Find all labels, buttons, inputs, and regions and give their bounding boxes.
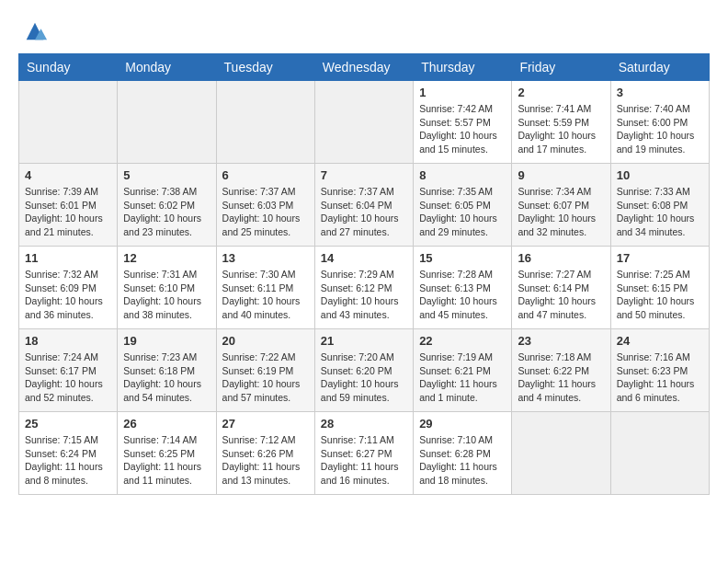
calendar-cell: [19, 81, 118, 164]
week-row-4: 18Sunrise: 7:24 AM Sunset: 6:17 PM Dayli…: [19, 329, 710, 412]
calendar-cell: 7Sunrise: 7:37 AM Sunset: 6:04 PM Daylig…: [314, 164, 413, 247]
calendar-cell: [216, 81, 314, 164]
calendar-cell: 20Sunrise: 7:22 AM Sunset: 6:19 PM Dayli…: [216, 329, 314, 412]
day-number: 18: [25, 334, 111, 348]
day-info: Sunrise: 7:32 AM Sunset: 6:09 PM Dayligh…: [25, 268, 111, 322]
calendar-body: 1Sunrise: 7:42 AM Sunset: 5:57 PM Daylig…: [19, 81, 710, 495]
header-cell-thursday: Thursday: [414, 54, 512, 81]
week-row-2: 4Sunrise: 7:39 AM Sunset: 6:01 PM Daylig…: [19, 164, 710, 247]
day-info: Sunrise: 7:29 AM Sunset: 6:12 PM Dayligh…: [321, 268, 407, 322]
day-number: 24: [617, 334, 703, 348]
day-number: 21: [321, 334, 407, 348]
day-info: Sunrise: 7:12 AM Sunset: 6:26 PM Dayligh…: [222, 433, 309, 488]
calendar-cell: 12Sunrise: 7:31 AM Sunset: 6:10 PM Dayli…: [118, 247, 216, 329]
calendar-cell: 13Sunrise: 7:30 AM Sunset: 6:11 PM Dayli…: [216, 247, 314, 329]
header-cell-wednesday: Wednesday: [314, 54, 413, 81]
calendar-cell: 17Sunrise: 7:25 AM Sunset: 6:15 PM Dayli…: [610, 247, 709, 329]
day-info: Sunrise: 7:22 AM Sunset: 6:19 PM Dayligh…: [222, 350, 309, 405]
day-info: Sunrise: 7:20 AM Sunset: 6:20 PM Dayligh…: [321, 350, 407, 405]
header-cell-monday: Monday: [118, 54, 216, 81]
calendar-cell: 15Sunrise: 7:28 AM Sunset: 6:13 PM Dayli…: [414, 247, 512, 329]
day-number: 9: [518, 168, 604, 182]
calendar-table: SundayMondayTuesdayWednesdayThursdayFrid…: [18, 53, 710, 495]
day-info: Sunrise: 7:11 AM Sunset: 6:27 PM Dayligh…: [321, 433, 407, 488]
day-number: 23: [518, 334, 604, 348]
calendar-cell: 29Sunrise: 7:10 AM Sunset: 6:28 PM Dayli…: [414, 412, 512, 495]
day-number: 14: [321, 251, 407, 265]
day-info: Sunrise: 7:37 AM Sunset: 6:04 PM Dayligh…: [321, 185, 407, 239]
day-info: Sunrise: 7:15 AM Sunset: 6:24 PM Dayligh…: [25, 433, 111, 488]
day-number: 3: [617, 86, 703, 99]
calendar-cell: 11Sunrise: 7:32 AM Sunset: 6:09 PM Dayli…: [19, 247, 118, 329]
day-number: 28: [321, 417, 407, 431]
calendar-cell: 1Sunrise: 7:42 AM Sunset: 5:57 PM Daylig…: [414, 81, 512, 164]
logo-icon: [22, 18, 48, 44]
header-cell-sunday: Sunday: [19, 54, 118, 81]
day-info: Sunrise: 7:18 AM Sunset: 6:22 PM Dayligh…: [518, 350, 604, 405]
week-row-3: 11Sunrise: 7:32 AM Sunset: 6:09 PM Dayli…: [19, 247, 710, 329]
calendar-cell: 16Sunrise: 7:27 AM Sunset: 6:14 PM Dayli…: [512, 247, 610, 329]
calendar-cell: 3Sunrise: 7:40 AM Sunset: 6:00 PM Daylig…: [610, 81, 709, 164]
day-info: Sunrise: 7:40 AM Sunset: 6:00 PM Dayligh…: [617, 102, 703, 156]
calendar-cell: [610, 412, 709, 495]
calendar-cell: 25Sunrise: 7:15 AM Sunset: 6:24 PM Dayli…: [19, 412, 118, 495]
day-info: Sunrise: 7:34 AM Sunset: 6:07 PM Dayligh…: [518, 185, 604, 239]
calendar-header: SundayMondayTuesdayWednesdayThursdayFrid…: [19, 54, 710, 81]
day-info: Sunrise: 7:41 AM Sunset: 5:59 PM Dayligh…: [518, 102, 604, 156]
page-header: [18, 18, 710, 44]
day-number: 20: [222, 334, 309, 348]
day-number: 17: [617, 251, 703, 265]
day-number: 5: [123, 168, 210, 182]
calendar-cell: 14Sunrise: 7:29 AM Sunset: 6:12 PM Dayli…: [314, 247, 413, 329]
day-info: Sunrise: 7:35 AM Sunset: 6:05 PM Dayligh…: [419, 185, 506, 239]
calendar-cell: [512, 412, 610, 495]
day-info: Sunrise: 7:24 AM Sunset: 6:17 PM Dayligh…: [25, 350, 111, 405]
day-info: Sunrise: 7:25 AM Sunset: 6:15 PM Dayligh…: [617, 268, 703, 322]
day-info: Sunrise: 7:19 AM Sunset: 6:21 PM Dayligh…: [419, 350, 506, 405]
calendar-cell: 24Sunrise: 7:16 AM Sunset: 6:23 PM Dayli…: [610, 329, 709, 412]
day-number: 16: [518, 251, 604, 265]
calendar-cell: 9Sunrise: 7:34 AM Sunset: 6:07 PM Daylig…: [512, 164, 610, 247]
day-number: 1: [419, 86, 506, 99]
calendar-cell: 22Sunrise: 7:19 AM Sunset: 6:21 PM Dayli…: [414, 329, 512, 412]
calendar-cell: [314, 81, 413, 164]
day-number: 26: [123, 417, 210, 431]
day-number: 10: [617, 168, 703, 182]
day-number: 4: [25, 168, 111, 182]
logo: [18, 18, 48, 44]
calendar-cell: 26Sunrise: 7:14 AM Sunset: 6:25 PM Dayli…: [118, 412, 216, 495]
day-info: Sunrise: 7:33 AM Sunset: 6:08 PM Dayligh…: [617, 185, 703, 239]
day-number: 15: [419, 251, 506, 265]
day-info: Sunrise: 7:16 AM Sunset: 6:23 PM Dayligh…: [617, 350, 703, 405]
day-number: 12: [123, 251, 210, 265]
day-number: 11: [25, 251, 111, 265]
day-number: 2: [518, 86, 604, 99]
day-info: Sunrise: 7:38 AM Sunset: 6:02 PM Dayligh…: [123, 185, 210, 239]
calendar-cell: 23Sunrise: 7:18 AM Sunset: 6:22 PM Dayli…: [512, 329, 610, 412]
calendar-cell: 18Sunrise: 7:24 AM Sunset: 6:17 PM Dayli…: [19, 329, 118, 412]
header-cell-saturday: Saturday: [610, 54, 709, 81]
day-info: Sunrise: 7:37 AM Sunset: 6:03 PM Dayligh…: [222, 185, 309, 239]
day-info: Sunrise: 7:28 AM Sunset: 6:13 PM Dayligh…: [419, 268, 506, 322]
calendar-cell: 2Sunrise: 7:41 AM Sunset: 5:59 PM Daylig…: [512, 81, 610, 164]
calendar-cell: 6Sunrise: 7:37 AM Sunset: 6:03 PM Daylig…: [216, 164, 314, 247]
day-number: 27: [222, 417, 309, 431]
day-info: Sunrise: 7:23 AM Sunset: 6:18 PM Dayligh…: [123, 350, 210, 405]
day-info: Sunrise: 7:39 AM Sunset: 6:01 PM Dayligh…: [25, 185, 111, 239]
day-info: Sunrise: 7:42 AM Sunset: 5:57 PM Dayligh…: [419, 102, 506, 156]
day-number: 19: [123, 334, 210, 348]
day-number: 29: [419, 417, 506, 431]
day-info: Sunrise: 7:10 AM Sunset: 6:28 PM Dayligh…: [419, 433, 506, 488]
week-row-5: 25Sunrise: 7:15 AM Sunset: 6:24 PM Dayli…: [19, 412, 710, 495]
calendar-cell: 4Sunrise: 7:39 AM Sunset: 6:01 PM Daylig…: [19, 164, 118, 247]
day-info: Sunrise: 7:14 AM Sunset: 6:25 PM Dayligh…: [123, 433, 210, 488]
day-info: Sunrise: 7:30 AM Sunset: 6:11 PM Dayligh…: [222, 268, 309, 322]
calendar-cell: [118, 81, 216, 164]
day-number: 13: [222, 251, 309, 265]
calendar-cell: 28Sunrise: 7:11 AM Sunset: 6:27 PM Dayli…: [314, 412, 413, 495]
day-info: Sunrise: 7:27 AM Sunset: 6:14 PM Dayligh…: [518, 268, 604, 322]
day-number: 8: [419, 168, 506, 182]
header-row: SundayMondayTuesdayWednesdayThursdayFrid…: [19, 54, 710, 81]
calendar-cell: 8Sunrise: 7:35 AM Sunset: 6:05 PM Daylig…: [414, 164, 512, 247]
day-number: 6: [222, 168, 309, 182]
